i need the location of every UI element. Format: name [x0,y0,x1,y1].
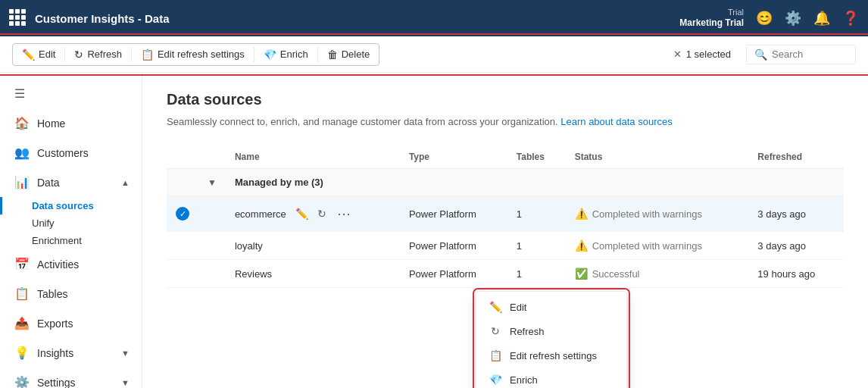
row-type: Power Platform [400,232,507,260]
sidebar-item-activities[interactable]: 📅 Activities [0,249,142,279]
chevron-down-icon: ▼ [121,378,130,387]
sidebar-item-settings[interactable]: ⚙️ Settings ▼ [0,368,142,388]
group-label: Managed by me (3) [226,169,844,196]
refresh-button[interactable]: ↻ Refresh [68,45,128,64]
sidebar-item-home[interactable]: 🏠 Home [0,108,142,138]
row-refreshed: 19 hours ago [748,260,844,288]
row-tables: 1 [507,196,566,232]
separator [254,47,254,62]
table-row[interactable]: Reviews Power Platform 1 ✅ Successful 19… [167,260,844,288]
chevron-up-icon: ▲ [121,178,130,187]
context-refresh-icon: ↻ [489,325,502,337]
insights-icon: 💡 [14,346,30,360]
edit-button[interactable]: ✏️ Edit [16,45,61,64]
sidebar-item-data-sources[interactable]: Data sources [0,197,142,214]
sidebar-item-exports[interactable]: 📤 Exports [0,308,142,338]
top-nav: Customer Insights - Data Trial Marketing… [0,0,868,36]
home-icon: 🏠 [14,116,30,130]
selected-count: 1 selected [686,48,731,60]
row-refresh-button[interactable]: ↻ [314,206,329,221]
context-menu-item-edit[interactable]: ✏️ Edit [476,295,626,319]
gear-icon[interactable]: ⚙️ [785,10,801,27]
row-type: Power Platform [400,196,507,232]
context-menu: ✏️ Edit ↻ Refresh 📋 Edit refresh setting… [476,291,627,388]
clear-selection-button[interactable]: ✕ [673,48,682,60]
sidebar-item-enrichment[interactable]: Enrichment [0,232,142,249]
delete-button[interactable]: 🗑 Delete [321,45,376,64]
waffle-icon[interactable] [9,9,27,27]
row-name: Reviews [226,260,400,288]
table-row[interactable]: ✓ ecommerce ✏️ ↻ ⋯ Power Pla [167,196,844,232]
top-nav-right: Trial Marketing Trial 😊 ⚙️ 🔔 ❓ [679,7,859,30]
success-icon: ✅ [575,268,588,280]
bell-icon[interactable]: 🔔 [813,10,830,27]
edit-refresh-settings-button[interactable]: 📋 Edit refresh settings [135,45,251,64]
row-tables: 1 [507,260,566,288]
context-editrefresh-icon: 📋 [489,349,502,361]
row-tables: 1 [507,232,566,260]
row-status: ⚠️ Completed with warnings [566,196,749,232]
sidebar-item-data[interactable]: 📊 Data ▲ [0,167,142,197]
app-title: Customer Insights - Data [35,12,672,25]
activities-icon: 📅 [14,257,30,271]
row-type: Power Platform [400,260,507,288]
hamburger-icon: ☰ [14,86,25,101]
page-description: Seamlessly connect to, enrich, and manag… [167,116,844,127]
group-chevron-icon[interactable]: ▼ [208,177,217,188]
warning-icon: ⚠️ [575,239,588,252]
context-edit-icon: ✏️ [489,301,502,313]
warning-icon: ⚠️ [575,208,588,220]
row-actions: ✏️ ↻ ⋯ [292,204,355,224]
context-menu-item-edit-refresh[interactable]: 📋 Edit refresh settings [476,343,626,368]
col-chevron [198,146,226,169]
context-menu-item-enrich[interactable]: 💎 Enrich [476,368,626,388]
data-table: Name Type Tables Status Refreshed ▼ Mana… [167,146,844,288]
col-tables-header: Tables [507,146,566,169]
row-status: ⚠️ Completed with warnings [566,232,749,260]
toolbar: ✏️ Edit ↻ Refresh 📋 Edit refresh setting… [0,36,868,73]
separator [64,47,65,62]
col-type-header: Type [400,146,507,169]
row-check-icon[interactable]: ✓ [176,207,189,221]
col-status-header: Status [566,146,749,169]
row-name: loyalty [226,232,400,260]
group-row-managed: ▼ Managed by me (3) [167,169,844,196]
help-icon[interactable]: ❓ [842,10,859,27]
search-input[interactable] [772,48,848,60]
learn-link[interactable]: Learn about data sources [560,116,672,127]
layout: ☰ 🏠 Home 👥 Customers 📊 Data ▲ Data sourc… [0,73,868,388]
col-name-header: Name [226,146,400,169]
enrich-button[interactable]: 💎 Enrich [258,45,314,64]
data-icon: 📊 [14,175,30,189]
user-icon[interactable]: 😊 [756,10,773,27]
sidebar-item-customers[interactable]: 👥 Customers [0,138,142,167]
separator [131,47,132,62]
table-row[interactable]: loyalty Power Platform 1 ⚠️ Completed wi… [167,232,844,260]
sidebar-item-tables[interactable]: 📋 Tables [0,279,142,308]
row-edit-button[interactable]: ✏️ [292,206,311,221]
row-refreshed: 3 days ago [748,232,844,260]
separator [317,47,318,62]
tables-icon: 📋 [14,286,30,301]
row-name: ecommerce [235,208,286,220]
toolbar-group: ✏️ Edit ↻ Refresh 📋 Edit refresh setting… [12,43,379,66]
search-icon: 🔍 [754,48,767,61]
row-more-button[interactable]: ⋯ [333,204,355,224]
edit-icon: ✏️ [22,48,35,61]
sidebar-item-insights[interactable]: 💡 Insights ▼ [0,338,142,368]
exports-icon: 📤 [14,316,30,330]
sidebar-item-unify[interactable]: Unify [0,214,142,232]
context-menu-item-refresh[interactable]: ↻ Refresh [476,319,626,343]
selected-info: ✕ 1 selected [673,48,731,60]
settings-icon: 📋 [141,48,154,61]
page-title: Data sources [167,91,844,108]
sidebar-item-hamburger[interactable]: ☰ [0,79,142,108]
refresh-icon: ↻ [74,48,83,61]
search-box[interactable]: 🔍 [746,45,856,64]
col-checkbox [167,146,198,169]
sidebar: ☰ 🏠 Home 👥 Customers 📊 Data ▲ Data sourc… [0,73,142,388]
col-refreshed-header: Refreshed [748,146,844,169]
row-status: ✅ Successful [566,260,749,288]
chevron-down-icon: ▼ [121,349,130,358]
customers-icon: 👥 [14,146,30,160]
